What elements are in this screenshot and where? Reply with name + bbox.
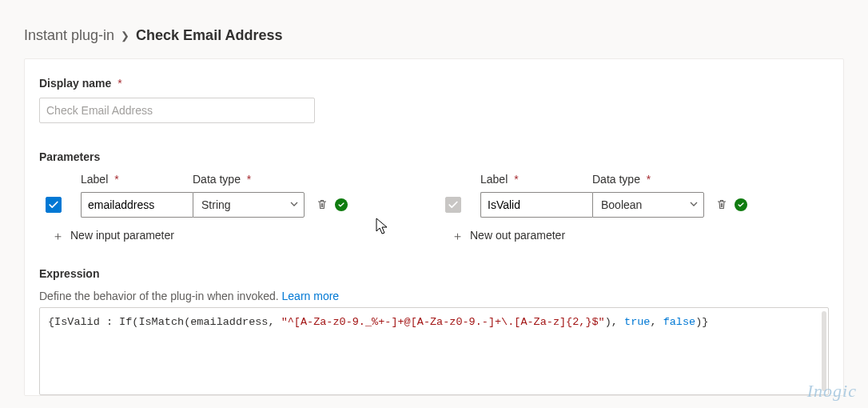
required-indicator: * [514, 173, 518, 186]
watermark: Inogic [807, 381, 857, 402]
input-parameters: Label * Data type * String [46, 173, 413, 242]
output-label-header: Label [480, 173, 508, 186]
expression-heading: Expression [39, 267, 829, 280]
input-label-header: Label [81, 173, 108, 186]
input-param-checkbox[interactable] [46, 197, 62, 213]
breadcrumb: Instant plug-in ❯ Check Email Address [0, 0, 868, 58]
add-input-parameter[interactable]: ＋ New input parameter [52, 229, 413, 242]
code-token: , [650, 316, 663, 328]
required-indicator: * [247, 173, 251, 186]
parameters-heading: Parameters [39, 150, 829, 163]
breadcrumb-parent[interactable]: Instant plug-in [24, 27, 114, 44]
required-indicator: * [647, 173, 651, 186]
checkmark-icon [448, 199, 459, 210]
display-name-label: Display name [39, 77, 111, 90]
input-param-type-value: String [201, 198, 231, 211]
code-token: "^[A-Za-z0-9._%+-]+@[A-Za-z0-9.-]+\.[A-Z… [281, 316, 605, 328]
plus-icon: ＋ [52, 230, 64, 242]
valid-badge-icon [735, 198, 747, 211]
chevron-right-icon: ❯ [121, 30, 129, 42]
output-param-label[interactable] [480, 192, 592, 218]
add-output-parameter-label: New out parameter [470, 229, 565, 242]
breadcrumb-current: Check Email Address [136, 27, 282, 44]
checkmark-icon [48, 199, 59, 210]
output-param-type[interactable]: Boolean [592, 192, 704, 218]
required-indicator: * [114, 173, 118, 186]
output-parameters: Label * Data type * Boolean [445, 173, 813, 242]
plus-icon: ＋ [452, 230, 464, 242]
output-param-checkbox[interactable] [445, 197, 461, 213]
code-token: )} [695, 316, 708, 328]
learn-more-link[interactable]: Learn more [282, 290, 340, 302]
required-indicator: * [117, 77, 121, 90]
display-name-input[interactable] [39, 98, 315, 123]
output-param-row: Boolean [445, 192, 813, 218]
input-param-row: String [46, 192, 413, 218]
code-token: {IsValid : If(IsMatch(emailaddress, [48, 316, 281, 328]
output-param-type-value: Boolean [601, 198, 642, 211]
output-type-header: Data type [592, 173, 640, 186]
expression-help-text: Define the behavior of the plug-in when … [39, 290, 282, 302]
input-param-label[interactable] [81, 192, 193, 218]
delete-icon[interactable] [715, 198, 728, 213]
chevron-down-icon [289, 198, 299, 211]
expression-editor[interactable]: {IsValid : If(IsMatch(emailaddress, "^[A… [39, 307, 829, 395]
add-output-parameter[interactable]: ＋ New out parameter [452, 229, 813, 242]
code-token: true [624, 316, 650, 328]
input-type-header: Data type [193, 173, 241, 186]
input-param-type[interactable]: String [193, 192, 305, 218]
valid-badge-icon [335, 198, 348, 211]
code-token: false [663, 316, 696, 328]
editor-card: Display name * Parameters Label * Data t… [24, 58, 844, 396]
delete-icon[interactable] [316, 198, 328, 213]
chevron-down-icon [689, 198, 699, 211]
add-input-parameter-label: New input parameter [70, 229, 174, 242]
code-token: ), [605, 316, 624, 328]
